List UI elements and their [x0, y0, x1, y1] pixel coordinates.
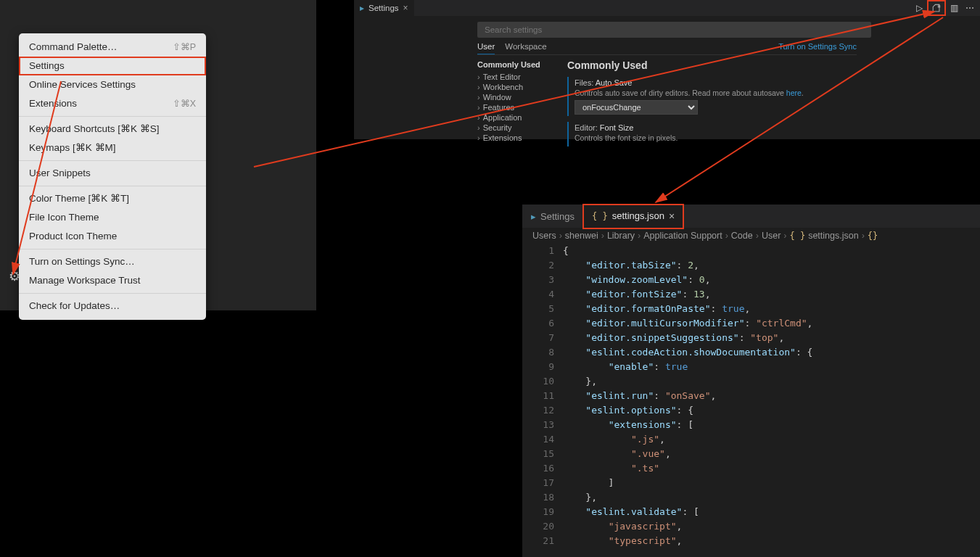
- breadcrumb-segment[interactable]: Code: [731, 231, 753, 241]
- breadcrumb-segment[interactable]: Users: [532, 231, 556, 241]
- menu-item[interactable]: Keymaps [⌘K ⌘M]: [19, 139, 206, 157]
- line-number: 2: [522, 258, 554, 273]
- settings-file-icon: ▸: [531, 211, 536, 222]
- menu-item-label: Color Theme [⌘K ⌘T]: [29, 191, 129, 206]
- line-number: 1: [522, 244, 554, 258]
- settings-tree[interactable]: Commonly Used Text EditorWorkbenchWindow…: [477, 59, 550, 152]
- code-line[interactable]: "editor.formatOnPaste": true,: [563, 302, 980, 316]
- menu-item[interactable]: Turn on Settings Sync…: [19, 252, 206, 271]
- menu-item-label: Command Palette…: [29, 40, 118, 54]
- setting-desc-text: Controls auto save of dirty editors. Rea…: [575, 88, 786, 97]
- menu-item[interactable]: Command Palette…⇧⌘P: [19, 38, 206, 57]
- tab-settings-secondary[interactable]: ▸ Settings: [522, 205, 583, 228]
- code-line[interactable]: ".js",: [563, 432, 980, 447]
- scope-workspace[interactable]: Workspace: [505, 42, 546, 54]
- chevron-right-icon: ›: [638, 231, 641, 241]
- code-line[interactable]: ".ts": [563, 461, 980, 476]
- tree-item[interactable]: Application: [477, 112, 550, 123]
- run-icon[interactable]: ▷: [913, 2, 925, 14]
- more-actions-icon[interactable]: ⋯: [964, 2, 976, 14]
- menu-item[interactable]: Product Icon Theme: [19, 227, 206, 246]
- line-number: 5: [522, 302, 554, 316]
- menu-item[interactable]: Settings: [19, 57, 206, 75]
- search-settings-input[interactable]: [477, 22, 871, 38]
- line-number: 21: [522, 534, 554, 548]
- setting-desc-link[interactable]: here: [786, 88, 802, 97]
- menu-item[interactable]: User Snippets: [19, 164, 206, 183]
- setting-category: Files:: [575, 78, 593, 87]
- split-editor-icon[interactable]: ▥: [948, 2, 960, 14]
- editor-actions: ▷ ▥ ⋯: [909, 2, 980, 14]
- menu-item[interactable]: Keyboard Shortcuts [⌘K ⌘S]: [19, 120, 206, 139]
- code-line[interactable]: "eslint.run": "onSave",: [563, 389, 980, 403]
- setting-desc-text: Controls the font size in pixels.: [575, 133, 974, 142]
- chevron-right-icon: ›: [601, 231, 604, 241]
- tree-item[interactable]: Text Editor: [477, 72, 550, 82]
- code-line[interactable]: ".vue",: [563, 447, 980, 461]
- line-number: 17: [522, 476, 554, 490]
- code-line[interactable]: "window.zoomLevel": 0,: [563, 273, 980, 287]
- line-number: 12: [522, 403, 554, 418]
- menu-separator: [19, 186, 206, 186]
- menu-item[interactable]: Online Services Settings: [19, 75, 206, 94]
- line-number: 11: [522, 389, 554, 403]
- code-line[interactable]: "eslint.validate": [: [563, 505, 980, 519]
- tree-item[interactable]: Features: [477, 102, 550, 112]
- code-line[interactable]: "editor.snippetSuggestions": "top",: [563, 331, 980, 345]
- line-number: 20: [522, 519, 554, 534]
- tab-settings-label: Settings: [368, 4, 399, 12]
- tree-item[interactable]: Window: [477, 92, 550, 102]
- tree-item[interactable]: Workbench: [477, 82, 550, 92]
- tab-settings[interactable]: ▸ Settings ×: [354, 0, 414, 16]
- tree-header: Commonly Used: [477, 59, 550, 70]
- code-line[interactable]: "editor.tabSize": 2,: [563, 258, 980, 273]
- code-line[interactable]: },: [563, 490, 980, 505]
- menu-item-label: Keymaps [⌘K ⌘M]: [29, 141, 116, 155]
- menu-item-label: Online Services Settings: [29, 78, 136, 92]
- tree-item[interactable]: Security: [477, 123, 550, 133]
- breadcrumb-segment[interactable]: Library: [607, 231, 635, 241]
- section-header: Commonly Used: [567, 59, 980, 71]
- setting-category: Editor:: [575, 123, 598, 132]
- open-settings-json-icon[interactable]: [929, 2, 944, 14]
- close-icon[interactable]: ×: [403, 3, 408, 13]
- breadcrumb-segment[interactable]: settings.json: [808, 231, 858, 241]
- menu-item[interactable]: Check for Updates…: [19, 297, 206, 315]
- menu-item[interactable]: Color Theme [⌘K ⌘T]: [19, 189, 206, 208]
- code-line[interactable]: {: [563, 244, 980, 258]
- breadcrumbs[interactable]: Users›shenwei›Library›Application Suppor…: [522, 228, 980, 244]
- setting-auto-save: Files: Auto Save Controls auto save of d…: [567, 77, 980, 116]
- menu-item[interactable]: Manage Workspace Trust: [19, 271, 206, 290]
- code-line[interactable]: "javascript",: [563, 519, 980, 534]
- code-line[interactable]: "typescript",: [563, 534, 980, 548]
- code-line[interactable]: "enable": true: [563, 360, 980, 374]
- breadcrumb-segment[interactable]: User: [762, 231, 781, 241]
- turn-on-sync-link[interactable]: Turn on Settings Sync: [778, 42, 857, 54]
- manage-context-menu: Command Palette…⇧⌘PSettingsOnline Servic…: [19, 33, 206, 320]
- scope-bar: User Workspace Turn on Settings Sync: [477, 42, 857, 55]
- breadcrumb-segment[interactable]: {}: [868, 231, 878, 241]
- code-line[interactable]: ]: [563, 476, 980, 490]
- line-number: 6: [522, 316, 554, 331]
- menu-item[interactable]: File Icon Theme: [19, 208, 206, 227]
- code-line[interactable]: "eslint.codeAction.showDocumentation": {: [563, 345, 980, 360]
- close-icon[interactable]: ×: [669, 210, 675, 222]
- code-line[interactable]: },: [563, 374, 980, 389]
- menu-item[interactable]: Extensions⇧⌘X: [19, 94, 206, 113]
- line-number: 10: [522, 374, 554, 389]
- code-line[interactable]: "eslint.options": {: [563, 403, 980, 418]
- code-line[interactable]: "editor.fontSize": 13,: [563, 287, 980, 302]
- code-line[interactable]: "extensions": [: [563, 418, 980, 432]
- settings-window: ▸ Settings × ▷ ▥ ⋯ User Workspace Turn o…: [354, 0, 980, 139]
- scope-user[interactable]: User: [477, 42, 495, 54]
- code-line[interactable]: "editor.multiCursorModifier": "ctrlCmd",: [563, 316, 980, 331]
- auto-save-select[interactable]: onFocusChange: [575, 100, 698, 115]
- tab-settings-json[interactable]: { } settings.json ×: [583, 205, 683, 228]
- chevron-right-icon: ›: [725, 231, 728, 241]
- breadcrumb-segment[interactable]: Application Support: [643, 231, 722, 241]
- line-number: 19: [522, 505, 554, 519]
- code-editor[interactable]: 123456789101112131415161718192021 { "edi…: [522, 244, 980, 548]
- menu-item-label: Extensions: [29, 96, 77, 111]
- breadcrumb-segment[interactable]: shenwei: [565, 231, 598, 241]
- tree-item[interactable]: Extensions: [477, 133, 550, 143]
